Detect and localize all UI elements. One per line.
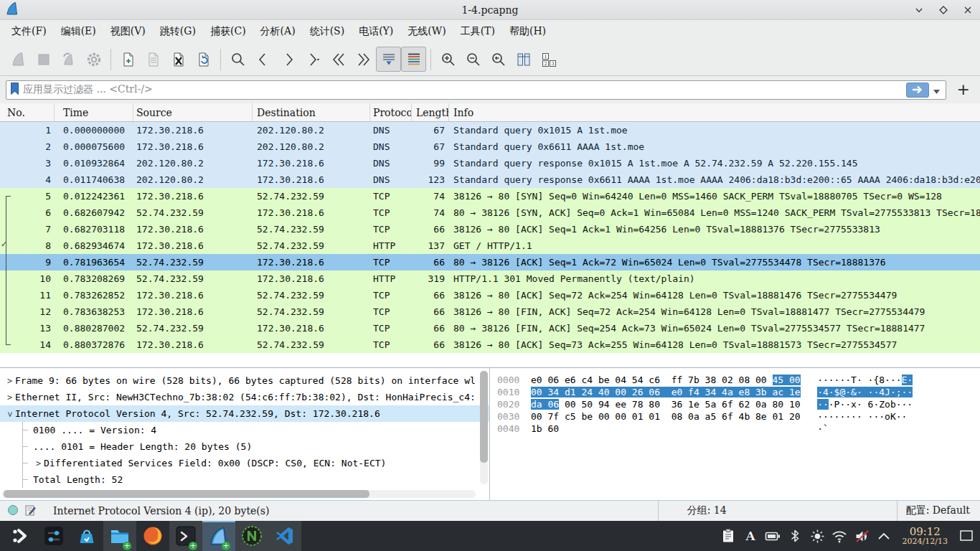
menu-wireless[interactable]: 无线(W) [400,23,453,40]
expert-info-icon[interactable] [7,504,19,518]
packet-row-9[interactable]: 90.78196365452.74.232.59172.30.218.6TCP6… [0,254,980,270]
volume-muted-icon[interactable] [852,526,872,546]
packet-row-8[interactable]: 80.682934674172.30.218.652.74.232.59HTTP… [0,237,980,254]
close-button[interactable] [961,4,974,17]
detail-row[interactable]: >Internet Protocol Version 4, Src: 52.74… [0,405,489,422]
show-desktop-icon[interactable] [956,526,976,546]
file-open-button[interactable] [116,47,141,72]
go-to-packet-button[interactable] [301,47,326,72]
column-header-info[interactable]: Info [449,103,980,121]
hex-line[interactable]: 0020 da 06 00 50 94 ee 78 80 36 1e 5a 6f… [497,398,980,410]
taskbar-file-manager-icon[interactable]: + [103,521,136,551]
packet-row-14[interactable]: 140.880372876172.30.218.652.74.232.59TCP… [0,336,980,353]
column-header-source[interactable]: Source [133,103,253,121]
go-back-button[interactable] [250,47,275,72]
resize-columns-button[interactable] [511,47,536,72]
menu-tools[interactable]: 工具(T) [453,23,502,40]
hex-line[interactable]: 0040 1b 60 ·` [497,423,980,435]
detail-row[interactable]: >Differentiated Services Field: 0x00 (DS… [0,455,489,471]
capture-comment-icon[interactable] [24,504,36,518]
details-horizontal-scrollbar[interactable] [2,490,476,498]
column-header-time[interactable]: Time [55,103,133,121]
taskbar-wireshark-icon[interactable]: + [202,521,235,551]
hex-line[interactable]: 0030 00 7f c5 be 00 00 01 01 08 0a a5 6f… [497,410,980,423]
packet-row-11[interactable]: 110.783262852172.30.218.652.74.232.59TCP… [0,287,980,303]
status-profile[interactable]: 配置: Default [906,504,970,517]
detail-row[interactable]: >Frame 9: 66 bytes on wire (528 bits), 6… [0,372,489,389]
menu-help[interactable]: 帮助(H) [502,23,553,40]
bluetooth-icon[interactable] [786,526,805,546]
colorize-button[interactable] [401,47,426,72]
packet-row-6[interactable]: 60.68260794252.74.232.59172.30.218.6TCP7… [0,204,980,221]
menu-view[interactable]: 视图(V) [103,23,153,40]
packet-row-7[interactable]: 70.682703118172.30.218.652.74.232.59TCP6… [0,221,980,237]
battery-icon[interactable] [763,526,783,546]
apply-filter-button[interactable] [906,83,929,98]
taskbar-kde-launcher-icon[interactable] [4,521,37,551]
minimize-button[interactable] [913,4,925,17]
filter-bar: 应用显示过滤器 ... <Ctrl-/> + [0,76,980,103]
column-header-length[interactable]: Length [412,103,449,121]
auto-scroll-button[interactable] [376,47,401,72]
packet-row-2[interactable]: 20.000075600172.30.218.6202.120.80.2DNS6… [0,138,980,155]
packet-bytes-pane[interactable]: 0000 e0 06 e6 c4 be 04 54 c6 ff 7b 38 02… [490,368,980,500]
hex-line[interactable]: 0000 e0 06 e6 c4 be 04 54 c6 ff 7b 38 02… [497,374,980,386]
detail-row[interactable]: Total Length: 52 [0,471,489,488]
file-reload-button[interactable] [191,47,216,72]
packet-row-5[interactable]: 50.012242361172.30.218.652.74.232.59TCP7… [0,188,980,204]
column-header-destination[interactable]: Destination [253,103,370,121]
packet-row-13[interactable]: 130.88028700252.74.232.59172.30.218.6TCP… [0,320,980,336]
taskbar-clock[interactable]: 09:12 2024/12/13 [897,526,953,547]
packet-row-10[interactable]: 100.78320826952.74.232.59172.30.218.6HTT… [0,270,980,287]
brightness-icon[interactable] [808,526,827,546]
taskbar-firefox-icon[interactable] [136,521,169,551]
packet-row-12[interactable]: 120.783638253172.30.218.652.74.232.59TCP… [0,303,980,320]
expander-closed-icon[interactable]: > [33,456,44,471]
menu-analyze[interactable]: 分析(A) [253,23,303,40]
expander-open-icon[interactable]: > [1,409,18,420]
menu-capture[interactable]: 捕获(C) [203,23,253,40]
taskbar-vscode-icon[interactable] [268,521,301,551]
menu-go[interactable]: 跳转(G) [153,23,203,40]
file-close-button[interactable] [166,47,191,72]
taskbar-terminal-icon[interactable]: + [169,521,202,551]
find-packet-button[interactable] [225,47,250,72]
column-header-no[interactable]: No. [0,103,55,121]
zoom-out-button[interactable] [461,47,486,72]
hex-line[interactable]: 0010 00 34 d1 24 40 00 26 06 e0 f4 34 4a… [497,386,980,398]
clipboard-icon[interactable] [719,526,738,546]
detail-row[interactable]: >Ethernet II, Src: NewH3CTechno_7b:38:02… [0,389,489,405]
packet-source: 52.74.232.59 [133,257,253,268]
filter-dropdown-caret[interactable] [930,83,943,97]
wifi-icon[interactable] [830,526,849,546]
maximize-button[interactable] [937,4,950,17]
menu-telephony[interactable]: 电话(Y) [352,23,400,40]
menu-edit[interactable]: 编辑(E) [54,23,103,40]
column-header-protocol[interactable]: Protocol [370,103,412,121]
keyboard-layout-icon[interactable]: A [741,526,760,546]
packet-row-1[interactable]: 10.000000000172.30.218.6202.120.80.2DNS6… [0,122,980,138]
taskbar-system-settings-icon[interactable] [37,521,70,551]
expander-closed-icon[interactable]: > [4,373,15,389]
menu-file[interactable]: 文件(F) [4,23,54,40]
details-vertical-scrollbar[interactable] [480,371,488,484]
filter-bookmark-icon[interactable] [9,82,20,98]
chevron-up-icon[interactable] [875,526,894,546]
taskbar-discover-icon[interactable] [70,521,103,551]
zoom-in-button[interactable] [435,47,461,72]
go-forward-button[interactable] [275,47,301,72]
resize-content-button[interactable]: 123 [536,47,561,72]
menu-statistics[interactable]: 统计(S) [303,23,352,40]
detail-row[interactable]: 0100 .... = Version: 4 [0,422,489,438]
add-filter-button[interactable]: + [953,82,974,98]
go-first-button[interactable] [326,47,351,72]
go-last-button[interactable] [351,47,376,72]
packet-row-4[interactable]: 40.011740638202.120.80.2172.30.218.6DNS1… [0,171,980,188]
zoom-original-button[interactable] [486,47,511,72]
display-filter-input[interactable]: 应用显示过滤器 ... <Ctrl-/> [6,80,946,100]
expander-closed-icon[interactable]: > [4,390,15,405]
detail-row[interactable]: .... 0101 = Header Length: 20 bytes (5) [0,438,489,455]
taskbar-neovim-icon[interactable] [235,521,268,551]
packet-row-3[interactable]: 30.010932864202.120.80.2172.30.218.6DNS9… [0,155,980,171]
packet-no: 14 [0,339,55,350]
